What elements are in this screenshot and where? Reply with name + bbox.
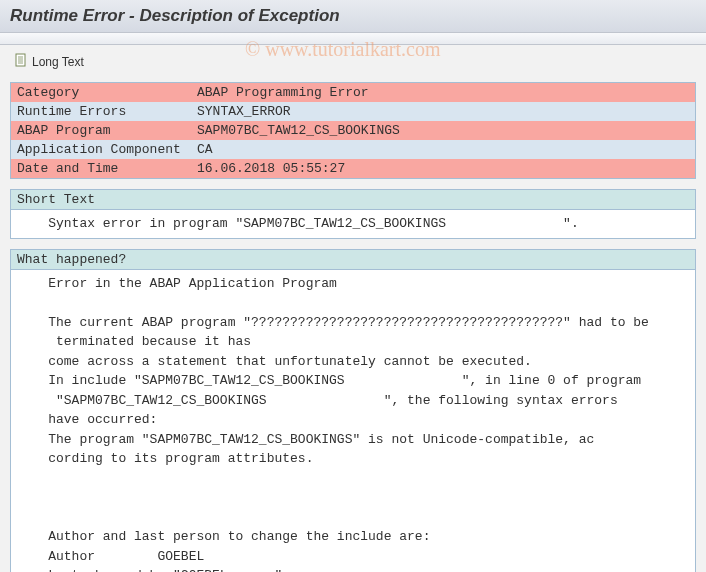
- what-happened-body: Error in the ABAP Application Program Th…: [11, 270, 695, 573]
- svg-rect-0: [16, 54, 25, 66]
- short-text-section: Short Text Syntax error in program "SAPM…: [10, 189, 696, 239]
- info-row: Date and Time16.06.2018 05:55:27: [11, 159, 695, 178]
- long-text-label: Long Text: [32, 55, 84, 69]
- what-happened-section: What happened? Error in the ABAP Applica…: [10, 249, 696, 573]
- info-value: SYNTAX_ERROR: [191, 102, 695, 121]
- info-label: Application Component: [11, 140, 191, 159]
- info-label: Category: [11, 83, 191, 102]
- info-label: ABAP Program: [11, 121, 191, 140]
- what-happened-header: What happened?: [11, 250, 695, 270]
- short-text-header: Short Text: [11, 190, 695, 210]
- info-value: SAPM07BC_TAW12_CS_BOOKINGS: [191, 121, 695, 140]
- info-row: Application ComponentCA: [11, 140, 695, 159]
- toolbar: Long Text: [0, 45, 706, 78]
- short-text-body: Syntax error in program "SAPM07BC_TAW12_…: [11, 210, 695, 238]
- info-row: CategoryABAP Programming Error: [11, 83, 695, 102]
- info-value: ABAP Programming Error: [191, 83, 695, 102]
- long-text-button[interactable]: Long Text: [10, 51, 88, 72]
- info-value: CA: [191, 140, 695, 159]
- sub-title-bar: [0, 33, 706, 45]
- error-info-table: CategoryABAP Programming ErrorRuntime Er…: [10, 82, 696, 179]
- info-value: 16.06.2018 05:55:27: [191, 159, 695, 178]
- document-icon: [14, 53, 32, 70]
- page-title: Runtime Error - Description of Exception: [0, 0, 706, 33]
- info-row: ABAP ProgramSAPM07BC_TAW12_CS_BOOKINGS: [11, 121, 695, 140]
- info-label: Date and Time: [11, 159, 191, 178]
- info-row: Runtime ErrorsSYNTAX_ERROR: [11, 102, 695, 121]
- info-label: Runtime Errors: [11, 102, 191, 121]
